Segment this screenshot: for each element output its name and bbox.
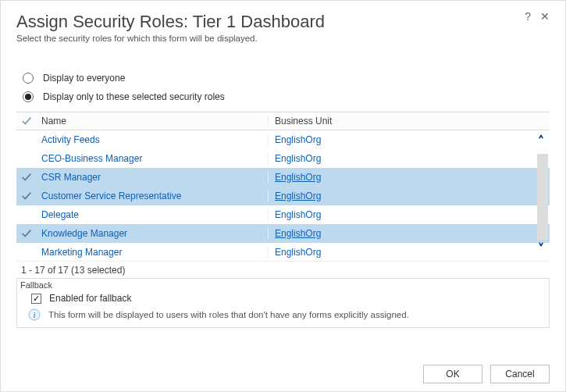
close-icon[interactable]: ✕ [540, 10, 550, 23]
role-name-link[interactable]: CEO-Business Manager [41, 153, 142, 164]
role-name-link[interactable]: Marketing Manager [41, 247, 122, 258]
radio-selected-label: Display only to these selected security … [43, 91, 225, 102]
column-select-all[interactable] [16, 116, 38, 127]
roles-table: Name Business Unit Activity FeedsEnglish… [16, 112, 550, 278]
fallback-checkbox-row[interactable]: Enabled for fallback [17, 290, 549, 305]
business-unit-link[interactable]: EnglishOrg [275, 172, 321, 183]
fallback-info-text: This form will be displayed to users wit… [48, 310, 409, 319]
business-unit-link[interactable]: EnglishOrg [275, 228, 321, 239]
scroll-up-icon[interactable]: ˄ [538, 134, 544, 148]
radio-everyone[interactable]: Display to everyone [23, 69, 550, 87]
column-name-header[interactable]: Name [38, 116, 269, 127]
header-buttons: ? ✕ [525, 10, 550, 23]
role-name-link[interactable]: Delegate [41, 209, 79, 220]
role-name-link[interactable]: Customer Service Representative [41, 191, 181, 201]
table-row[interactable]: CEO-Business ManagerEnglishOrg [16, 149, 550, 168]
row-check[interactable] [16, 228, 38, 239]
dialog-subtitle: Select the security roles for which this… [16, 34, 550, 43]
row-check[interactable] [16, 191, 38, 201]
checkbox-icon [31, 294, 41, 304]
ok-button[interactable]: OK [423, 365, 482, 383]
svg-text:i: i [33, 310, 35, 319]
table-row[interactable]: DelegateEnglishOrg [16, 205, 550, 224]
table-row[interactable]: CSR ManagerEnglishOrg [16, 168, 550, 187]
radio-icon [23, 73, 34, 84]
business-unit-link[interactable]: EnglishOrg [275, 209, 321, 220]
table-header-row: Name Business Unit [16, 112, 550, 130]
table-row[interactable]: Customer Service RepresentativeEnglishOr… [16, 187, 550, 205]
role-name-link[interactable]: Activity Feeds [41, 134, 100, 145]
table-row[interactable]: Marketing ManagerEnglishOrg [16, 243, 550, 261]
table-row[interactable]: Activity FeedsEnglishOrg [16, 130, 550, 149]
business-unit-link[interactable]: EnglishOrg [275, 134, 321, 145]
radio-everyone-label: Display to everyone [43, 73, 125, 84]
cancel-button[interactable]: Cancel [490, 365, 550, 383]
checkmark-icon [21, 228, 32, 239]
checkmark-icon [21, 116, 32, 127]
page-count: 1 - 17 of 17 (13 selected) [16, 261, 550, 278]
fallback-info-row: i This form will be displayed to users w… [17, 305, 549, 327]
business-unit-link[interactable]: EnglishOrg [275, 247, 321, 258]
checkmark-icon [21, 172, 32, 183]
scroll-arrows: ˄ ˅ [534, 130, 548, 261]
table-row[interactable]: Knowledge ManagerEnglishOrg [16, 224, 550, 243]
business-unit-link[interactable]: EnglishOrg [275, 191, 321, 201]
role-name-link[interactable]: Knowledge Manager [41, 228, 127, 239]
dialog-header: Assign Security Roles: Tier 1 Dashboard … [16, 1, 550, 43]
dialog-title: Assign Security Roles: Tier 1 Dashboard [16, 12, 550, 32]
business-unit-link[interactable]: EnglishOrg [275, 153, 321, 164]
radio-icon [23, 91, 34, 102]
dialog-footer: OK Cancel [423, 365, 550, 383]
row-check[interactable] [16, 172, 38, 183]
fallback-heading: Fallback [17, 279, 549, 290]
fallback-section: Fallback Enabled for fallback i This for… [16, 278, 550, 328]
table-body: Activity FeedsEnglishOrgCEO-Business Man… [16, 130, 550, 261]
help-icon[interactable]: ? [525, 10, 531, 23]
radio-selected-roles[interactable]: Display only to these selected security … [23, 88, 550, 105]
fallback-enabled-label: Enabled for fallback [49, 293, 131, 304]
info-icon: i [28, 308, 41, 321]
column-bu-header[interactable]: Business Unit [269, 116, 534, 127]
display-radio-group: Display to everyone Display only to thes… [16, 69, 550, 105]
assign-roles-dialog: Assign Security Roles: Tier 1 Dashboard … [0, 0, 566, 392]
checkmark-icon [21, 191, 32, 201]
scroll-down-icon[interactable]: ˅ [538, 241, 544, 256]
role-name-link[interactable]: CSR Manager [41, 172, 101, 183]
